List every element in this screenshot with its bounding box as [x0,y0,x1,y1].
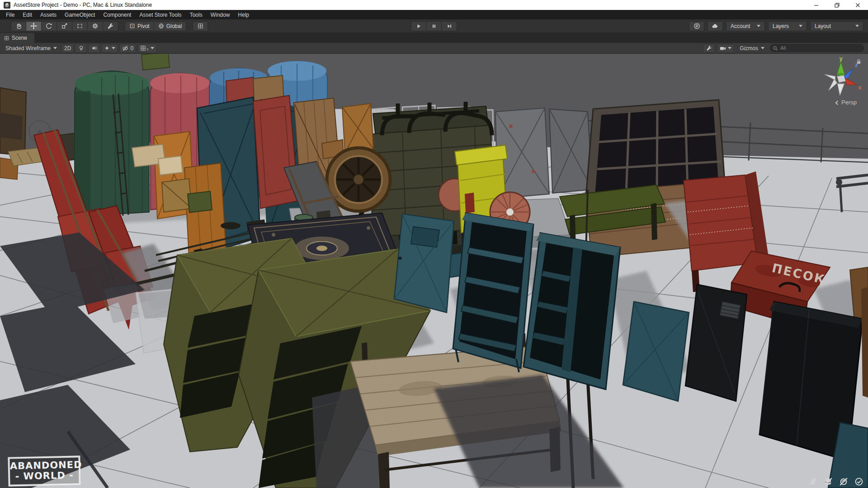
gizmos-label: Gizmos [740,45,758,52]
restore-icon [835,3,840,8]
lightbulb-icon [78,45,84,51]
x-axis-cone[interactable] [845,78,857,85]
scene-visibility-button[interactable]: 0 [119,44,136,53]
transform-icon [92,23,99,29]
connection-slash-icon[interactable] [839,477,848,486]
pause-button[interactable] [426,21,442,31]
projection-toggle[interactable]: Persp [825,99,868,106]
layout-dropdown[interactable]: Layout [810,21,863,31]
menu-asset-store-tools[interactable]: Asset Store Tools [135,10,185,19]
menu-help[interactable]: Help [234,10,253,19]
scene-object-teal-door-a[interactable] [394,214,454,312]
plastic-scm-icon [693,23,700,29]
tab-scene[interactable]: Scene [0,33,34,43]
menu-file[interactable]: File [2,10,19,19]
move-icon [30,23,37,29]
hand-icon [15,23,22,29]
grid-snapping-button[interactable] [193,21,208,31]
layers-dropdown[interactable]: Layers [768,21,807,31]
neg-z-axis-cone[interactable] [829,79,837,90]
chevron-down-icon [855,25,859,27]
scale-icon [61,23,68,29]
play-button[interactable] [411,21,426,31]
menu-window[interactable]: Window [207,10,234,19]
step-button[interactable] [442,21,457,31]
menubar: File Edit Assets GameObject Component As… [0,10,868,19]
scene-3d-render[interactable]: ПЕСОК [0,54,868,488]
gizmos-dropdown[interactable]: Gizmos [736,44,768,53]
menu-assets[interactable]: Assets [36,10,61,19]
window-titlebar: AssetStore Project - Demo - PC, Mac & Li… [0,0,868,10]
ammo-box [188,191,212,212]
menu-edit[interactable]: Edit [19,10,36,19]
hand-tool-button[interactable] [11,21,26,31]
pivot-toggle-button[interactable]: Pivot [125,21,154,31]
bug-slash-icon[interactable] [808,477,817,486]
neg-y-axis-cone[interactable] [838,84,844,95]
persp-arrow-icon [835,100,840,105]
pause-icon [431,23,437,29]
menu-gameobject[interactable]: GameObject [61,10,99,19]
lighting-toggle-button[interactable] [75,44,87,53]
restore-button[interactable] [826,0,847,10]
neg-x-axis-cone[interactable] [825,75,835,80]
lock-icon[interactable] [856,58,862,66]
scene-object-green-tank[interactable] [75,71,149,216]
account-label: Account [731,23,750,29]
watermark-line2: - WORLD - [10,470,79,482]
chevron-down-icon [757,25,760,27]
pivot-label: Pivot [137,23,150,29]
transform-tool-button[interactable] [88,21,103,31]
scene-object-metal-panels[interactable] [495,108,592,198]
version-control-button[interactable] [689,21,704,31]
cloud-icon [712,23,719,29]
grid-axis-icon [140,45,146,51]
layers-label: Layers [773,23,789,29]
chevron-down-icon [761,47,764,49]
close-button[interactable] [847,0,868,10]
speaker-icon [91,45,97,51]
grid-snap-icon [198,23,203,29]
grid-visibility-dropdown[interactable]: Y [137,44,157,53]
chevron-down-icon [799,25,802,27]
camera-settings-dropdown[interactable] [717,44,734,53]
scale-tool-button[interactable] [57,21,72,31]
scene-object-teal-locker-a[interactable] [453,213,533,372]
scene-object-teal-door-b[interactable] [623,302,689,401]
wrench-icon [706,45,712,51]
scene-search-input[interactable] [770,44,864,52]
globe-icon [158,23,164,29]
menu-component[interactable]: Component [99,10,135,19]
effects-dropdown-button[interactable] [101,44,118,53]
tabbar: Scene [0,33,868,43]
y-axis-label: y [840,56,843,62]
y-axis-cone[interactable] [837,62,845,75]
account-dropdown[interactable]: Account [726,21,765,31]
audio-toggle-button[interactable] [88,44,100,53]
cache-slash-icon[interactable] [824,477,833,486]
scene-grid-icon [4,36,9,41]
z-axis-cone[interactable] [844,69,853,80]
scene-object-dark-vent-door[interactable] [685,285,747,401]
rect-tool-button[interactable] [72,21,88,31]
ammo-box [142,54,170,70]
draw-mode-dropdown[interactable]: Shaded Wireframe [2,44,60,53]
cloud-services-button[interactable] [708,21,723,31]
scene-tools-button[interactable] [703,44,715,53]
chevron-down-icon [112,47,115,49]
pivot-icon [129,23,135,29]
2d-toggle-button[interactable]: 2D [61,44,74,53]
scene-viewport[interactable]: ПЕСОК [0,54,868,488]
tasks-check-icon[interactable] [854,477,863,486]
menu-tools[interactable]: Tools [186,10,207,19]
minimize-button[interactable] [806,0,826,10]
unity-app-icon [4,2,10,9]
global-toggle-button[interactable]: Global [154,21,187,31]
projection-label: Persp [841,99,857,106]
rotate-tool-button[interactable] [42,21,57,31]
move-tool-button[interactable] [26,21,42,31]
custom-tool-button[interactable] [103,21,118,31]
scene-object-teal-wardrobe[interactable] [524,233,620,389]
eye-slash-icon [122,45,128,52]
effects-star-icon [104,45,110,51]
